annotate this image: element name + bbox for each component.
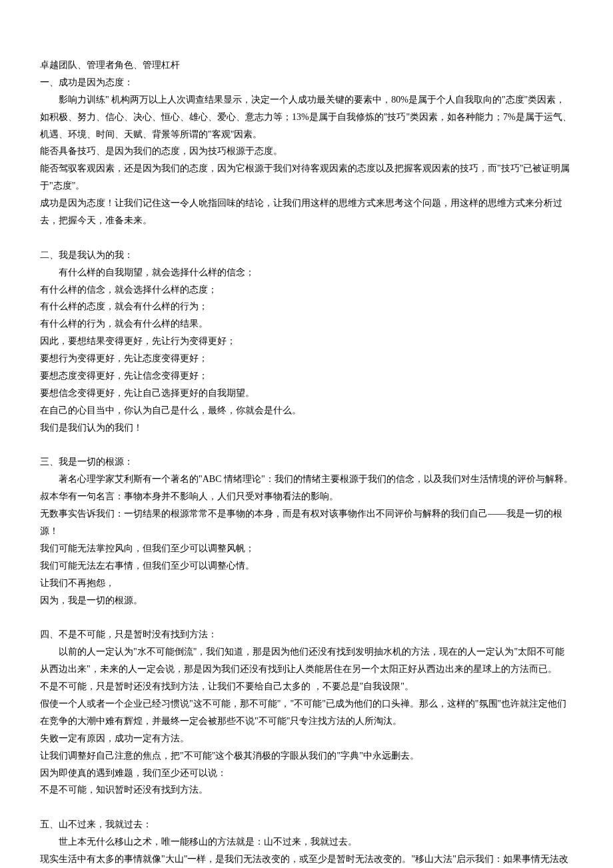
body-text: 在自己的心目当中，你认为自己是什么，最终，你就会是什么。 (40, 402, 573, 419)
blank-line (40, 437, 573, 454)
section-1: 一、成功是因为态度： 影响力训练" 机构两万以上人次调查结果显示，决定一个人成功… (40, 74, 573, 229)
section-5: 五、山不过来，我就过去： 世上本无什么移山之术，唯一能移山的方法就是：山不过来，… (40, 816, 573, 868)
body-text: 不是不可能，知识暂时还没有找到方法。 (40, 781, 573, 799)
body-text: 我们是我们认为的我们！ (40, 419, 573, 437)
blank-line (40, 609, 573, 627)
body-text: 我们可能无法掌控风向，但我们至少可以调整风帆； (40, 540, 573, 557)
body-text: 有什么样的自我期望，就会选择什么样的信念； (40, 264, 573, 281)
section-heading: 四、不是不可能，只是暂时没有找到方法： (40, 626, 573, 643)
section-4: 四、不是不可能，只是暂时没有找到方法： 以前的人一定认为"水不可能倒流"，我们知… (40, 626, 573, 799)
body-text: 著名心理学家艾利斯有一个著名的"ABC 情绪理论"：我们的情绪主要根源于我们的信… (40, 471, 573, 488)
section-heading: 一、成功是因为态度： (40, 74, 573, 91)
body-text: 现实生活中有太多的事情就像"大山"一样，是我们无法改变的，或至少是暂时无法改变的… (40, 851, 573, 868)
body-text: 假使一个人或者一个企业已经习惯说"这不可能，那不可能"，"不可能"已成为他们的口… (40, 695, 573, 730)
body-text: 让我们调整好自己注意的焦点，把"不可能"这个极其消极的字眼从我们的"字典"中永远… (40, 747, 573, 765)
body-text: 要想行为变得更好，先让态度变得更好； (40, 350, 573, 367)
body-text: 以前的人一定认为"水不可能倒流"，我们知道，那是因为他们还没有找到发明抽水机的方… (40, 643, 573, 678)
body-text: 影响力训练" 机构两万以上人次调查结果显示，决定一个人成功最关键的要素中，80%… (40, 91, 573, 143)
section-heading: 三、我是一切的根源： (40, 453, 573, 471)
body-text: 让我们不再抱怨， (40, 575, 573, 592)
section-2: 二、我是我认为的我： 有什么样的自我期望，就会选择什么样的信念； 有什么样的信念… (40, 247, 573, 437)
body-text: 不是不可能，只是暂时还没有找到方法，让我们不要给自己太多的 ，不要总是"自我设限… (40, 678, 573, 695)
body-text: 有什么样的态度，就会有什么样的行为； (40, 298, 573, 315)
document-title: 卓越团队、管理者角色、管理杠杆 (40, 57, 573, 74)
body-text: 因为即使真的遇到难题，我们至少还可以说： (40, 765, 573, 782)
body-text: 要想态度变得更好，先让信念变得更好； (40, 367, 573, 385)
body-text: 我们可能无法左右事情，但我们至少可以调整心情。 (40, 557, 573, 575)
body-text: 世上本无什么移山之术，唯一能移山的方法就是：山不过来，我就过去。 (40, 833, 573, 851)
body-text: 叔本华有一句名言：事物本身并不影响人，人们只受对事物看法的影响。 (40, 488, 573, 505)
body-text: 有什么样的行为，就会有什么样的结果。 (40, 315, 573, 333)
section-heading: 二、我是我认为的我： (40, 247, 573, 264)
section-3: 三、我是一切的根源： 著名心理学家艾利斯有一个著名的"ABC 情绪理论"：我们的… (40, 453, 573, 609)
section-heading: 五、山不过来，我就过去： (40, 816, 573, 833)
body-text: 成功是因为态度！让我们记住这一令人吮指回味的结论，让我们用这样的思维方式来思考这… (40, 195, 573, 229)
blank-line (40, 799, 573, 816)
body-text: 能否具备技巧、是因为我们的态度，因为技巧根源于态度。 (40, 143, 573, 160)
body-text: 因为，我是一切的根源。 (40, 592, 573, 609)
body-text: 因此，要想结果变得更好，先让行为变得更好； (40, 333, 573, 350)
body-text: 能否驾驭客观因素，还是因为我们的态度，因为它根源于我们对待客观因素的态度以及把握… (40, 160, 573, 195)
body-text: 失败一定有原因，成功一定有方法。 (40, 730, 573, 747)
blank-line (40, 229, 573, 247)
body-text: 无数事实告诉我们：一切结果的根源常常不是事物的本身，而是有权对该事物作出不同评价… (40, 505, 573, 540)
body-text: 有什么样的信念，就会选择什么样的态度； (40, 281, 573, 299)
body-text: 要想信念变得更好，先让自己选择更好的自我期望。 (40, 385, 573, 402)
